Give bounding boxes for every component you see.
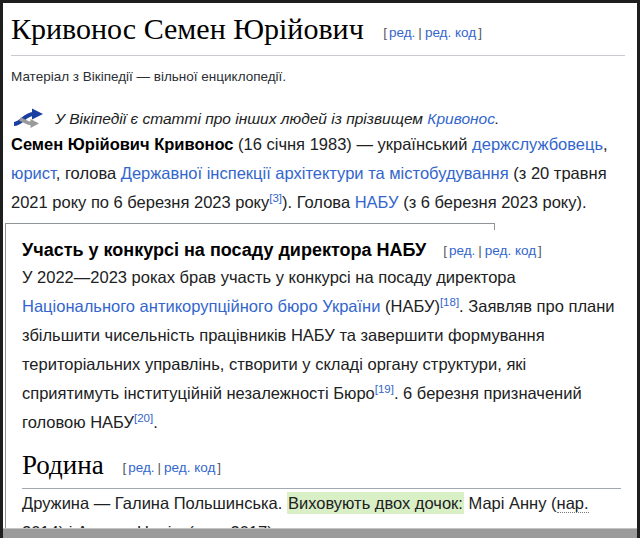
edit-source-link[interactable]: ред. код	[425, 25, 476, 40]
hatnote-text: У Вікіпедії є статті про інших людей із …	[55, 110, 499, 128]
edit-source-link[interactable]: ред. код	[485, 243, 536, 258]
wiki-link[interactable]: Державної інспекції архітектури та місто…	[121, 164, 509, 182]
reference-anchor[interactable]: [18]	[440, 296, 459, 308]
edit-separator: |	[478, 243, 482, 258]
edit-bracket-close: ]	[217, 460, 221, 475]
edit-separator: |	[158, 460, 162, 475]
reference-anchor[interactable]: [3]	[269, 192, 282, 204]
wiki-link[interactable]: НАБУ	[355, 193, 399, 211]
edit-bracket-open: [	[383, 25, 387, 40]
edit-link[interactable]: ред.	[449, 243, 475, 258]
box-corner-tick	[494, 223, 495, 230]
wikipedia-article-window: Кривонос Семен Юрійович [ред.|ред. код] …	[0, 0, 640, 538]
edit-bracket-close: ]	[478, 25, 482, 40]
page-title-text: Кривонос Семен Юрійович	[11, 12, 364, 45]
intro-paragraph: Семен Юрійович Кривонос (16 січня 1983) …	[11, 130, 625, 217]
subject-name-bold: Семен Юрійович Кривонос	[11, 135, 233, 153]
edit-bracket-open: [	[443, 243, 447, 258]
edit-separator: |	[418, 25, 422, 40]
reference-anchor[interactable]: [19]	[375, 383, 394, 395]
page-title: Кривонос Семен Юрійович [ред.|ред. код]	[11, 10, 625, 52]
edit-source-link[interactable]: ред. код	[164, 460, 215, 475]
disambiguation-fork-icon	[13, 108, 44, 130]
edit-bracket-open: [	[122, 460, 126, 475]
section-heading-nabu-contest: Участь у конкурсі на посаду директора НА…	[22, 238, 621, 263]
lower-article-box: Участь у конкурсі на посаду директора НА…	[5, 223, 625, 538]
edit-bracket-close: ]	[538, 243, 542, 258]
highlighted-text: Виховують двох дочок:	[287, 492, 464, 514]
article-content: Кривонос Семен Юрійович [ред.|ред. код] …	[3, 3, 637, 538]
wiki-link[interactable]: Кривонос	[427, 110, 495, 127]
site-subtitle: Матеріал з Вікіпедії — вільної енциклопе…	[11, 69, 625, 84]
wiki-link[interactable]: держслужбовець	[472, 135, 603, 153]
edit-link[interactable]: ред.	[128, 460, 154, 475]
edit-section-links: [ред.|ред. код]	[441, 243, 544, 258]
reference-link[interactable]: [18]	[440, 296, 459, 308]
title-divider	[11, 55, 625, 56]
section-heading-text: Участь у конкурсі на посаду директора НА…	[22, 240, 426, 260]
edit-link[interactable]: ред.	[389, 25, 415, 40]
abbreviation-nar: нар.	[557, 494, 589, 513]
section-heading-rodyna: Родина [ред.|ред. код]	[22, 450, 621, 489]
wiki-link[interactable]: Національного антикорупційного бюро Укра…	[22, 297, 380, 315]
edit-section-links: [ред.|ред. код]	[120, 460, 223, 475]
hatnote: У Вікіпедії є статті про інших людей із …	[11, 108, 625, 130]
bottom-window-edge	[3, 528, 637, 538]
box-top-border	[6, 223, 495, 224]
wiki-link[interactable]: юрист	[11, 164, 56, 182]
reference-link[interactable]: [3]	[269, 192, 282, 204]
edit-section-links: [ред.|ред. код]	[381, 25, 484, 40]
section-heading-text: Родина	[22, 450, 104, 480]
reference-link[interactable]: [20]	[134, 412, 153, 424]
nabu-contest-paragraph: У 2022—2023 роках брав участь у конкурсі…	[22, 263, 621, 437]
reference-link[interactable]: [19]	[375, 383, 394, 395]
reference-anchor[interactable]: [20]	[134, 412, 153, 424]
